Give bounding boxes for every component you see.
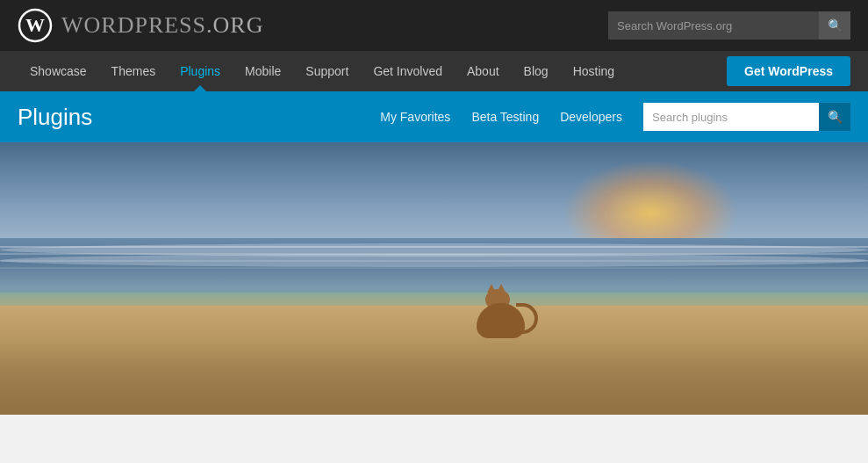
plugins-search-area: 🔍 — [643, 103, 850, 131]
beach-scene — [0, 142, 868, 415]
cat-tail — [516, 303, 538, 334]
nav-item-mobile[interactable]: Mobile — [233, 51, 293, 91]
svg-text:W: W — [25, 14, 45, 36]
search-icon: 🔍 — [828, 18, 843, 33]
plugins-search-button[interactable]: 🔍 — [819, 103, 850, 131]
wave-2 — [0, 254, 868, 267]
plugins-nav-my-favorites[interactable]: My Favorites — [380, 110, 450, 124]
main-navigation: Showcase Themes Plugins Mobile Support G… — [0, 51, 868, 91]
sand — [0, 306, 868, 415]
top-search-area: 🔍 — [608, 11, 850, 40]
site-search-button[interactable]: 🔍 — [819, 11, 850, 40]
plugins-page-title: Plugins — [18, 104, 92, 131]
site-search-input[interactable] — [608, 11, 819, 40]
nav-item-showcase[interactable]: Showcase — [18, 51, 99, 91]
nav-item-hosting[interactable]: Hosting — [561, 51, 627, 91]
nav-links: Showcase Themes Plugins Mobile Support G… — [18, 51, 627, 91]
nav-item-support[interactable]: Support — [293, 51, 361, 91]
hero-image — [0, 142, 868, 415]
logo-area: W WORDPRESS.ORG — [18, 8, 263, 43]
nav-item-about[interactable]: About — [455, 51, 512, 91]
plugins-header: Plugins My Favorites Beta Testing Develo… — [0, 91, 868, 142]
wordpress-logo-icon[interactable]: W — [18, 8, 53, 43]
plugins-header-right: My Favorites Beta Testing Developers 🔍 — [380, 103, 850, 131]
cat-figure — [468, 277, 538, 338]
plugins-nav-beta-testing[interactable]: Beta Testing — [471, 110, 539, 124]
plugins-nav: My Favorites Beta Testing Developers — [380, 110, 622, 124]
nav-item-get-involved[interactable]: Get Involved — [361, 51, 455, 91]
get-wordpress-button[interactable]: Get WordPress — [727, 56, 850, 86]
top-bar: W WORDPRESS.ORG 🔍 — [0, 0, 868, 51]
plugins-nav-developers[interactable]: Developers — [560, 110, 622, 124]
plugins-search-input[interactable] — [643, 103, 819, 131]
search-icon: 🔍 — [828, 110, 843, 124]
nav-item-themes[interactable]: Themes — [99, 51, 169, 91]
site-logo-text[interactable]: WORDPRESS.ORG — [61, 12, 263, 39]
nav-item-plugins[interactable]: Plugins — [168, 51, 233, 91]
nav-item-blog[interactable]: Blog — [512, 51, 561, 91]
